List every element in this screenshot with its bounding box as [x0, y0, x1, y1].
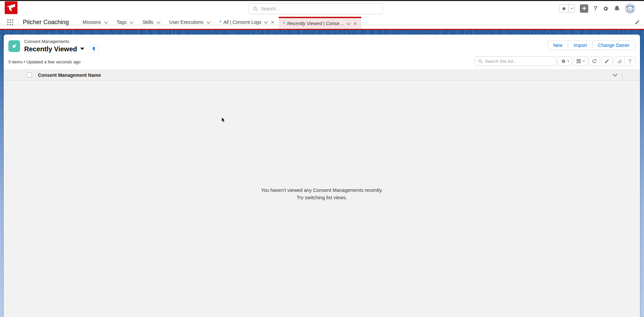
consent-managements-icon: [8, 40, 20, 52]
screen: ▾ + ?: [0, 0, 644, 317]
chevron-down-icon[interactable]: [130, 21, 134, 24]
temp-tab-all-consent-logs[interactable]: * All | Consent Logs ×: [215, 15, 279, 29]
select-all-cell: [4, 72, 32, 77]
chevron-down-icon[interactable]: [156, 21, 160, 24]
meta-row: 0 items • Updated a few seconds ago: [8, 56, 635, 66]
charts-button[interactable]: [614, 57, 625, 65]
workspace-background: Consent Managements Recently Viewed: [0, 30, 644, 317]
import-button[interactable]: Import: [568, 41, 592, 50]
refresh-icon: [592, 59, 597, 64]
plus-icon: +: [582, 5, 586, 12]
global-search-box[interactable]: [248, 3, 383, 14]
pitcher-logo-icon: [5, 1, 17, 14]
list-meta: 0 items • Updated a few seconds ago: [8, 59, 81, 66]
caret-down-icon: ▾: [571, 7, 573, 10]
nav-tab-label: User Executions: [169, 19, 203, 25]
row-actions-column: [622, 70, 640, 80]
pin-icon: [92, 47, 96, 51]
table-header-row: Consent Management Name: [4, 69, 640, 81]
setup-button[interactable]: [602, 5, 609, 12]
nav-tabs: Missions Tags Skills User Executions * A…: [78, 15, 361, 29]
gear-icon: [561, 59, 566, 64]
title-block: Consent Managements Recently Viewed: [24, 39, 99, 53]
title-left: Consent Managements Recently Viewed: [8, 39, 99, 53]
search-icon: [253, 6, 258, 11]
help-button[interactable]: ?: [593, 5, 597, 12]
list-action-buttons: New Import Change Owner: [547, 41, 635, 50]
bell-icon: [614, 5, 620, 12]
view-row: Recently Viewed: [24, 44, 99, 53]
nav-tab-label: Tags: [117, 19, 127, 25]
global-search-input[interactable]: [261, 6, 378, 11]
temp-tab-label: All | Consent Logs: [223, 19, 261, 25]
pencil-icon: [635, 19, 640, 25]
change-owner-button[interactable]: Change Owner: [592, 41, 635, 50]
pin-list-view-button[interactable]: [89, 44, 99, 53]
chevron-down-icon[interactable]: [347, 21, 351, 26]
funnel-icon: [628, 59, 633, 64]
column-consent-management-name[interactable]: Consent Management Name: [32, 72, 622, 78]
entity-label: Consent Managements: [24, 39, 99, 44]
list-controls: ▾ ▾: [475, 56, 635, 66]
list-view-header: Consent Managements Recently Viewed: [4, 35, 640, 69]
select-all-checkbox[interactable]: [27, 72, 32, 77]
close-icon[interactable]: ×: [271, 19, 274, 25]
help-icon: ?: [593, 5, 597, 12]
chevron-down-icon[interactable]: [104, 21, 108, 24]
list-settings-button[interactable]: ▾: [558, 56, 572, 66]
pitcher-logo[interactable]: [5, 1, 17, 14]
nav-tab-label: Missions: [83, 19, 101, 25]
favorites-button[interactable]: [559, 5, 568, 12]
table-icon: [576, 59, 581, 64]
app-name[interactable]: Pitcher Coaching: [23, 19, 69, 26]
caret-down-icon: ▾: [567, 59, 569, 63]
list-search-input[interactable]: [485, 59, 553, 64]
temp-tab-label: Recently Viewed | Conse…: [287, 21, 344, 26]
waffle-icon: [7, 19, 14, 26]
header-actions: ▾ + ?: [559, 4, 635, 13]
notifications-button[interactable]: [614, 5, 620, 12]
pie-chart-icon: [617, 59, 622, 64]
app-launcher-button[interactable]: [5, 17, 15, 27]
favorites-dropdown-button[interactable]: ▾: [568, 5, 574, 12]
unsaved-indicator: *: [219, 19, 221, 25]
favorites-control: ▾: [559, 4, 575, 13]
column-label: Consent Management Name: [38, 72, 101, 78]
filter-button[interactable]: [625, 57, 635, 65]
display-as-button[interactable]: ▾: [573, 56, 588, 66]
new-button[interactable]: New: [548, 41, 568, 50]
title-row: Consent Managements Recently Viewed: [8, 39, 635, 53]
empty-state-line-1: You haven't viewed any Consent Managemen…: [4, 187, 640, 194]
global-header: ▾ + ?: [0, 1, 644, 15]
chart-filter-group: [614, 56, 635, 66]
caret-down-icon: ▾: [583, 59, 585, 63]
nav-tab-user-executions[interactable]: User Executions: [165, 15, 215, 29]
gear-icon: [602, 5, 609, 12]
temp-tab-recently-viewed[interactable]: * Recently Viewed | Conse… ×: [279, 17, 361, 29]
list-search-box[interactable]: [475, 56, 556, 66]
inline-edit-button[interactable]: [601, 56, 612, 66]
empty-state-line-2: Try switching list views.: [4, 194, 640, 201]
unsaved-indicator: *: [283, 21, 285, 26]
search-icon: [478, 59, 482, 63]
user-avatar[interactable]: [625, 4, 635, 13]
nav-tab-label: Skills: [142, 19, 153, 25]
chevron-down-icon[interactable]: [264, 19, 268, 25]
pencil-icon: [604, 59, 609, 64]
refresh-button[interactable]: [589, 56, 600, 66]
chevron-down-icon[interactable]: [206, 21, 211, 24]
app-navigation-bar: Pitcher Coaching Missions Tags Skills Us…: [0, 15, 644, 30]
table-body: You haven't viewed any Consent Managemen…: [4, 81, 640, 317]
list-view-card: Consent Managements Recently Viewed: [4, 35, 640, 317]
list-view-title[interactable]: Recently Viewed: [24, 45, 77, 53]
chevron-down-icon[interactable]: [613, 74, 617, 76]
list-view-selector-caret-icon[interactable]: [80, 48, 84, 52]
edit-navigation-button[interactable]: [635, 19, 640, 25]
nav-tab-tags[interactable]: Tags: [112, 15, 138, 29]
close-icon[interactable]: ×: [354, 21, 357, 27]
nav-tab-missions[interactable]: Missions: [78, 15, 112, 29]
star-icon: [561, 6, 566, 11]
handshake-icon: [11, 43, 18, 50]
global-add-button[interactable]: +: [580, 4, 588, 13]
nav-tab-skills[interactable]: Skills: [138, 15, 165, 29]
